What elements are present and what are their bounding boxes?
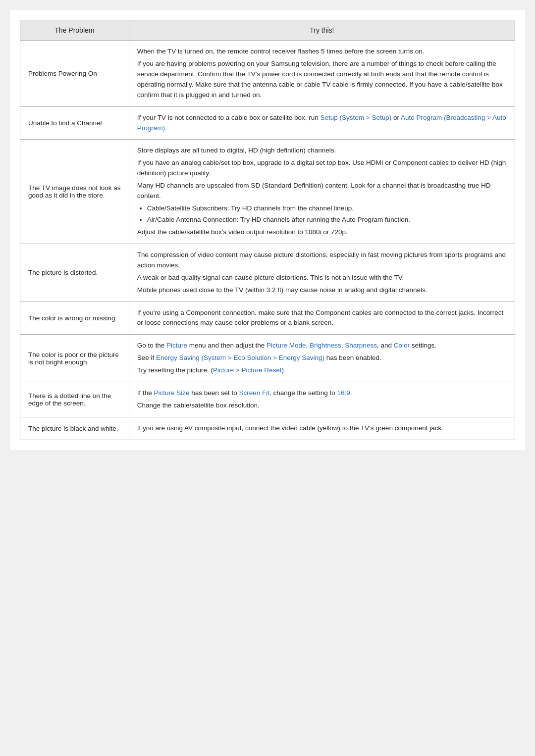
inline-link[interactable]: Brightness: [310, 342, 341, 349]
solution-text: If your TV is not connected to a cable b…: [137, 113, 507, 134]
problem-cell: There is a dotted line on the edge of th…: [20, 382, 129, 417]
solution-end: Adjust the cable/satellite box's video o…: [137, 227, 507, 238]
solution-paragraph: If you are having problems powering on y…: [137, 59, 507, 101]
problem-cell: The picture is distorted.: [20, 244, 129, 302]
problem-cell: The color is wrong or missing.: [20, 302, 129, 335]
solution-cell: The compression of video content may cau…: [129, 244, 515, 302]
troubleshooting-table: The Problem Try this! Problems Powering …: [20, 20, 515, 440]
inline-link[interactable]: Sharpness: [345, 342, 377, 349]
inline-link[interactable]: Picture > Picture Reset: [213, 366, 281, 374]
solution-line: If the Picture Size has been set to Scre…: [137, 388, 507, 399]
solution-cell: If you are using AV composite input, con…: [129, 417, 515, 440]
solution-cell: Store displays are all tuned to digital,…: [129, 140, 515, 244]
solution-line: See if Energy Saving (System > Eco Solut…: [137, 353, 507, 363]
solution-paragraph: When the TV is turned on, the remote con…: [137, 47, 507, 57]
inline-link[interactable]: Picture Mode: [267, 342, 306, 349]
solution-cell: Go to the Picture menu and then adjust t…: [129, 335, 515, 382]
header-problem: The Problem: [20, 20, 129, 41]
solution-cell: If the Picture Size has been set to Scre…: [129, 382, 515, 417]
setup-link[interactable]: Setup (System > Setup): [320, 114, 391, 121]
solution-line: Try resetting the picture. (Picture > Pi…: [137, 365, 507, 376]
list-item: Air/Cable Antenna Connection: Try HD cha…: [147, 215, 507, 225]
page-wrapper: The Problem Try this! Problems Powering …: [10, 10, 525, 450]
solution-cell: If your TV is not connected to a cable b…: [129, 106, 515, 140]
solution-line: Go to the Picture menu and then adjust t…: [137, 341, 507, 351]
list-item: Cable/Satellite Subscribers: Try HD chan…: [147, 203, 507, 214]
solution-cell: If you're using a Component connection, …: [129, 302, 515, 335]
inline-link[interactable]: Energy Saving (System > Eco Solution > E…: [156, 354, 324, 361]
inline-link[interactable]: 16:9: [337, 389, 350, 397]
inline-link[interactable]: Picture: [166, 342, 187, 349]
solution-paragraph: Store displays are all tuned to digital,…: [137, 146, 507, 156]
solution-paragraph: If you are using AV composite input, con…: [137, 423, 507, 434]
solution-line: Change the cable/satellite box resolutio…: [137, 401, 507, 411]
header-solution: Try this!: [129, 20, 515, 41]
problem-cell: The picture is black and white.: [20, 417, 129, 440]
bullet-list: Cable/Satellite Subscribers: Try HD chan…: [147, 203, 507, 225]
solution-paragraph: Many HD channels are upscaled from SD (S…: [137, 181, 507, 202]
solution-paragraph: The compression of video content may cau…: [137, 250, 507, 271]
inline-link[interactable]: Color: [394, 342, 410, 349]
solution-paragraph: A weak or bad quality signal can cause p…: [137, 273, 507, 283]
solution-paragraph: If you have an analog cable/set top box,…: [137, 158, 507, 179]
inline-link[interactable]: Picture Size: [154, 389, 190, 397]
problem-cell: The color is poor or the picture is not …: [20, 335, 129, 382]
problem-cell: Unable to find a Channel: [20, 106, 129, 140]
solution-paragraph: If you're using a Component connection, …: [137, 308, 507, 329]
problem-cell: The TV image does not look as good as it…: [20, 140, 129, 244]
solution-cell: When the TV is turned on, the remote con…: [129, 41, 515, 107]
problem-cell: Problems Powering On: [20, 41, 129, 107]
solution-paragraph: Mobile phones used close to the TV (with…: [137, 285, 507, 296]
inline-link[interactable]: Screen Fit: [239, 389, 269, 397]
